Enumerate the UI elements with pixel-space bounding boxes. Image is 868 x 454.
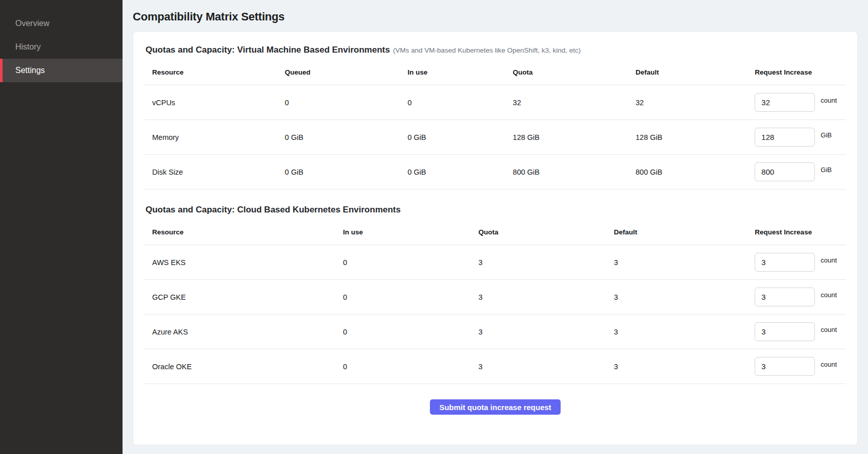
request-increase-input-vcpus[interactable] <box>755 93 815 112</box>
table-row-disk-size: Disk Size 0 GiB 0 GiB 800 GiB 800 GiB Gi… <box>144 155 846 189</box>
column-header-queued: Queued <box>285 62 407 85</box>
unit-label: GiB <box>821 166 832 174</box>
sidebar-item-label: History <box>15 42 41 52</box>
default-cell: 3 <box>614 280 755 315</box>
unit-label: count <box>821 326 837 333</box>
table-row-gcp-gke: GCP GKE 0 3 3 count <box>144 280 846 315</box>
request-increase-input-aws-eks[interactable] <box>755 253 815 272</box>
resource-cell: AWS EKS <box>144 245 343 280</box>
column-header-resource: Resource <box>144 62 285 85</box>
queued-cell: 0 <box>285 85 407 120</box>
default-cell: 3 <box>614 349 755 384</box>
vm-quota-table: Resource Queued In use Quota Default Req… <box>144 62 846 189</box>
default-cell: 800 GiB <box>636 155 755 189</box>
in-use-cell: 0 <box>343 245 478 280</box>
sidebar-item-label: Overview <box>15 19 50 28</box>
column-header-in-use: In use <box>407 62 513 85</box>
settings-card: Quotas and Capacity: Virtual Machine Bas… <box>133 31 858 445</box>
submit-quota-increase-button[interactable]: Submit quota increase request <box>430 399 560 415</box>
page-title: Compatibility Matrix Settings <box>133 10 858 23</box>
request-increase-input-memory[interactable] <box>755 128 815 147</box>
cloud-table-header-row: Resource In use Quota Default Request In… <box>144 222 846 245</box>
queued-cell: 0 GiB <box>285 120 407 155</box>
in-use-cell: 0 <box>343 349 478 384</box>
main-content: Compatibility Matrix Settings Quotas and… <box>123 0 868 454</box>
column-header-default: Default <box>614 222 755 245</box>
table-row-vcpus: vCPUs 0 0 32 32 count <box>144 85 846 120</box>
in-use-cell: 0 <box>343 315 478 349</box>
vm-section-subtitle: (VMs and VM-based Kubernetes like OpenSh… <box>393 46 581 54</box>
unit-label: GiB <box>821 131 832 139</box>
sidebar: Overview History Settings <box>0 0 123 454</box>
default-cell: 128 GiB <box>636 120 755 155</box>
unit-label: count <box>821 256 837 264</box>
resource-cell: vCPUs <box>144 85 285 120</box>
in-use-cell: 0 <box>343 280 478 315</box>
column-header-quota: Quota <box>478 222 614 245</box>
column-header-quota: Quota <box>513 62 635 85</box>
queued-cell: 0 GiB <box>285 155 407 189</box>
quota-cell: 3 <box>478 245 614 280</box>
quota-cell: 800 GiB <box>513 155 635 189</box>
column-header-request-increase: Request Increase <box>755 222 846 245</box>
unit-label: count <box>821 361 837 368</box>
table-row-oracle-oke: Oracle OKE 0 3 3 count <box>144 349 846 384</box>
vm-section-title: Quotas and Capacity: Virtual Machine Bas… <box>144 45 390 55</box>
in-use-cell: 0 GiB <box>407 155 513 189</box>
unit-label: count <box>821 291 837 299</box>
cloud-section-title: Quotas and Capacity: Cloud Based Kuberne… <box>144 205 846 215</box>
table-row-azure-aks: Azure AKS 0 3 3 count <box>144 315 846 349</box>
quota-cell: 3 <box>478 315 614 349</box>
sidebar-item-history[interactable]: History <box>0 35 123 59</box>
vm-table-header-row: Resource Queued In use Quota Default Req… <box>144 62 846 85</box>
request-increase-input-azure-aks[interactable] <box>755 322 815 341</box>
resource-cell: Oracle OKE <box>144 349 343 384</box>
resource-cell: GCP GKE <box>144 280 343 315</box>
unit-label: count <box>821 97 837 104</box>
sidebar-item-settings[interactable]: Settings <box>0 59 123 82</box>
column-header-in-use: In use <box>343 222 478 245</box>
resource-cell: Disk Size <box>144 155 285 189</box>
column-header-request-increase: Request Increase <box>755 62 846 85</box>
vm-section-heading: Quotas and Capacity: Virtual Machine Bas… <box>144 45 846 55</box>
request-increase-input-gcp-gke[interactable] <box>755 288 815 306</box>
sidebar-item-overview[interactable]: Overview <box>0 12 123 35</box>
request-increase-input-disk-size[interactable] <box>755 162 815 181</box>
in-use-cell: 0 GiB <box>407 120 513 155</box>
submit-button-row: Submit quota increase request <box>144 399 846 415</box>
quota-cell: 3 <box>478 280 614 315</box>
column-header-resource: Resource <box>144 222 343 245</box>
column-header-default: Default <box>636 62 755 85</box>
request-increase-input-oracle-oke[interactable] <box>755 357 815 376</box>
sidebar-item-label: Settings <box>15 66 45 75</box>
default-cell: 3 <box>614 315 755 349</box>
table-row-memory: Memory 0 GiB 0 GiB 128 GiB 128 GiB GiB <box>144 120 846 155</box>
table-row-aws-eks: AWS EKS 0 3 3 count <box>144 245 846 280</box>
default-cell: 3 <box>614 245 755 280</box>
quota-cell: 128 GiB <box>513 120 635 155</box>
default-cell: 32 <box>636 85 755 120</box>
in-use-cell: 0 <box>407 85 513 120</box>
resource-cell: Memory <box>144 120 285 155</box>
resource-cell: Azure AKS <box>144 315 343 349</box>
cloud-quota-table: Resource In use Quota Default Request In… <box>144 222 846 384</box>
quota-cell: 3 <box>478 349 614 384</box>
quota-cell: 32 <box>513 85 635 120</box>
